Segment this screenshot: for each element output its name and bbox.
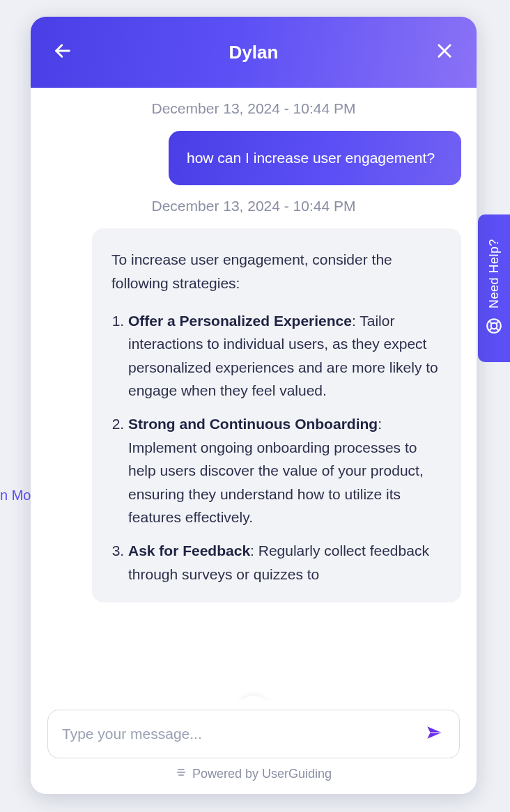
message-input[interactable] <box>62 726 423 742</box>
timestamp-user: December 13, 2024 - 10:44 PM <box>46 100 461 117</box>
svg-line-2 <box>489 321 492 324</box>
chat-footer: Powered by UserGuiding <box>31 700 477 794</box>
list-item: Offer a Personalized Experience: Tailor … <box>128 309 442 403</box>
close-icon <box>435 41 454 63</box>
need-help-tab[interactable]: Need Help? <box>478 214 510 362</box>
svg-line-5 <box>496 328 499 331</box>
bot-intro: To increase user engagement, consider th… <box>111 248 442 295</box>
userguiding-logo-icon <box>176 767 187 781</box>
powered-by[interactable]: Powered by UserGuiding <box>47 767 460 781</box>
chat-header: Dylan <box>31 17 477 88</box>
scroll-down-button[interactable] <box>237 696 270 700</box>
item-title: Strong and Continuous Onboarding <box>128 416 378 432</box>
user-message-text: how can I increase user engagement? <box>187 150 435 166</box>
svg-line-4 <box>489 328 492 331</box>
bot-message-bubble: To increase user engagement, consider th… <box>92 228 461 602</box>
send-icon <box>425 724 443 744</box>
message-input-row <box>47 710 460 758</box>
chat-panel: Dylan December 13, 2024 - 10:44 PM how c… <box>31 17 477 794</box>
need-help-label: Need Help? <box>487 239 502 309</box>
lifebuoy-icon <box>485 317 503 338</box>
item-title: Ask for Feedback <box>128 542 250 559</box>
arrow-left-icon <box>53 41 72 63</box>
bot-strategy-list: Offer a Personalized Experience: Tailor … <box>111 309 442 586</box>
back-button[interactable] <box>50 40 75 65</box>
timestamp-bot: December 13, 2024 - 10:44 PM <box>46 198 461 214</box>
svg-line-3 <box>496 321 499 324</box>
background-partial-text: n Mo <box>0 487 31 503</box>
item-desc: : Implement ongoing onboarding processes… <box>128 416 424 525</box>
svg-point-1 <box>491 323 497 329</box>
powered-by-text: Powered by UserGuiding <box>192 767 332 781</box>
list-item: Ask for Feedback: Regularly collect feed… <box>128 539 442 586</box>
list-item: Strong and Continuous Onboarding: Implem… <box>128 412 442 529</box>
user-message-bubble: how can I increase user engagement? <box>169 131 461 185</box>
item-title: Offer a Personalized Experience <box>128 313 352 329</box>
send-button[interactable] <box>423 723 445 745</box>
chat-title: Dylan <box>229 42 279 63</box>
chat-body: December 13, 2024 - 10:44 PM how can I i… <box>31 88 477 700</box>
close-button[interactable] <box>432 40 457 65</box>
